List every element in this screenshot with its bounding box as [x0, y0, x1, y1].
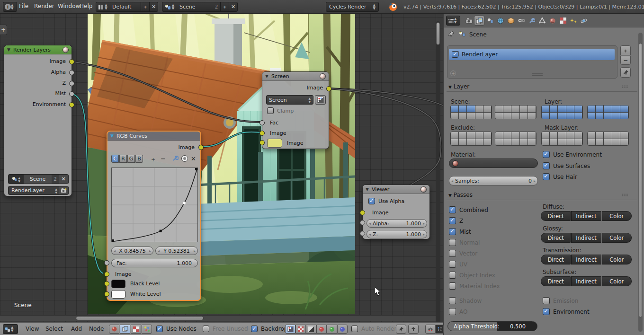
layer-toggle-cell[interactable] — [459, 113, 467, 119]
layer-toggle-cell[interactable] — [542, 132, 550, 139]
checkbox-icon[interactable] — [351, 326, 358, 332]
pass-object-index-checkbox[interactable]: Object Index — [449, 272, 495, 279]
menu-add[interactable]: Add — [71, 326, 82, 332]
layer-toggle-cell[interactable] — [483, 113, 492, 119]
channel-b-button[interactable]: B — [135, 155, 143, 163]
zoom-out-icon[interactable]: − — [161, 155, 166, 162]
scene-layers-grid-1[interactable] — [450, 105, 492, 119]
socket-z-input[interactable] — [360, 231, 365, 236]
layer-toggle-cell[interactable] — [467, 139, 475, 146]
free-unused-checkbox[interactable]: Free Unused — [203, 326, 248, 332]
tab-object[interactable] — [506, 16, 516, 26]
layer-toggle-cell[interactable] — [550, 139, 558, 146]
layer-toggle-cell[interactable] — [574, 132, 582, 139]
samples-slider[interactable]: ◂Samples: 0▸ — [449, 176, 538, 185]
pass-mist-checkbox[interactable]: Mist — [449, 228, 471, 235]
layer-toggle-cell[interactable] — [558, 113, 566, 119]
pass-z-checkbox[interactable]: Z — [449, 217, 463, 224]
layer-toggle-cell[interactable] — [503, 113, 511, 119]
layer-toggle-cell[interactable] — [620, 132, 628, 139]
layer-toggle-cell[interactable] — [475, 113, 483, 119]
add-render-layer-button[interactable]: ＋ — [620, 45, 631, 55]
curve-point[interactable] — [195, 168, 197, 170]
clamp-checkbox[interactable]: Clamp — [267, 107, 294, 114]
layer-toggle-cell[interactable] — [620, 139, 628, 146]
layer-toggle-cell[interactable] — [550, 113, 558, 119]
glossy-direct-button[interactable]: Direct — [541, 233, 571, 243]
layer-toggle-cell[interactable] — [566, 106, 574, 113]
backdrop-alpha-icon[interactable] — [295, 325, 306, 334]
layer-toggle-cell[interactable] — [520, 139, 528, 146]
socket-image-output[interactable] — [326, 86, 331, 91]
layer-toggle-cell[interactable] — [566, 113, 574, 119]
checkbox-icon[interactable] — [203, 326, 209, 332]
layer-toggle-cell[interactable] — [596, 106, 604, 113]
layer-toggle-cell[interactable] — [495, 132, 503, 139]
checkbox-icon[interactable] — [543, 173, 550, 180]
backdrop-red-icon[interactable] — [316, 325, 327, 334]
layer-toggle-cell[interactable] — [588, 132, 596, 139]
layer-toggle-cell[interactable] — [588, 106, 596, 113]
layer-toggle-cell[interactable] — [475, 132, 483, 139]
pass-emission-checkbox[interactable]: Emission — [543, 297, 578, 304]
image2-color-swatch[interactable] — [267, 139, 282, 148]
curve-y-field[interactable]: ◂Y 0.52381▸ — [155, 247, 198, 255]
collapse-icon[interactable]: ▼ — [265, 74, 268, 79]
socket-black-level-input[interactable] — [104, 281, 109, 286]
use-alpha-checkbox[interactable]: Use Alpha — [368, 198, 404, 204]
vertical-scrollbar-thumb[interactable] — [436, 22, 440, 45]
curve-plot[interactable] — [112, 168, 197, 242]
horizontal-scrollbar[interactable] — [0, 315, 436, 321]
layer-toggle-cell[interactable] — [483, 106, 492, 113]
tools-wrench-icon[interactable] — [172, 155, 179, 163]
node-rgb-curves[interactable]: ▼ RGB Curves Image C R G B ＋ − ✕ — [107, 131, 201, 301]
backdrop-rgba-icon[interactable] — [285, 325, 295, 334]
socket-fac-input[interactable] — [259, 120, 265, 125]
layer-toggle-cell[interactable] — [467, 113, 475, 119]
layer-toggle-cell[interactable] — [596, 139, 604, 146]
layer-toggle-cell[interactable] — [528, 106, 536, 113]
layer-toggle-cell[interactable] — [520, 106, 528, 113]
layer-toggle-cell[interactable] — [620, 106, 628, 113]
glossy-color-button[interactable]: Color — [602, 233, 632, 243]
remove-render-layer-button[interactable]: − — [620, 56, 631, 65]
layer-toggle-cell[interactable] — [467, 132, 475, 139]
layer-toggle-cell[interactable] — [542, 139, 550, 146]
exclude-grid-1[interactable] — [450, 132, 492, 146]
pin-icon[interactable] — [396, 325, 406, 334]
curve-x-field[interactable]: ◂X 0.84575▸ — [111, 247, 153, 255]
pass-uv-checkbox[interactable]: UV — [449, 261, 467, 268]
socket-alpha-output[interactable] — [69, 70, 74, 75]
socket-image-output[interactable] — [198, 145, 204, 150]
layer-toggle-cell[interactable] — [451, 113, 459, 119]
curve-point-selected[interactable] — [183, 202, 186, 204]
tab-world[interactable] — [495, 16, 506, 26]
mask-grid-2[interactable] — [587, 132, 629, 146]
layer-toggle-cell[interactable] — [495, 113, 503, 119]
layer-toggle-cell[interactable] — [604, 132, 612, 139]
layer-toggle-cell[interactable] — [503, 106, 511, 113]
white-level-swatch[interactable] — [111, 290, 125, 299]
menu-select[interactable]: Select — [45, 326, 63, 332]
pass-normal-checkbox[interactable]: Normal — [449, 239, 480, 246]
layer-toggle-cell[interactable] — [558, 132, 566, 139]
transmission-indirect-button[interactable]: Indirect — [571, 255, 601, 264]
render-layer-list-item[interactable]: RenderLayer — [449, 49, 615, 60]
layer-toggle-cell[interactable] — [542, 113, 550, 119]
layer-toggle-cell[interactable] — [542, 106, 550, 113]
socket-image-input[interactable] — [360, 210, 365, 215]
layer-toggle-cell[interactable] — [604, 139, 612, 146]
backdrop-green-icon[interactable] — [327, 325, 337, 334]
menu-window[interactable]: Window — [58, 3, 80, 9]
list-resize-grip[interactable] — [532, 73, 543, 76]
socket-image1-input[interactable] — [259, 131, 265, 136]
layer-toggle-cell[interactable] — [588, 139, 596, 146]
layer-toggle-cell[interactable] — [612, 139, 620, 146]
socket-z-output[interactable] — [69, 81, 74, 86]
add-inline-icon[interactable]: + — [450, 71, 456, 76]
menu-help[interactable]: Help — [80, 3, 92, 9]
render-engine-dropdown[interactable]: Cycles Render ▲▼ — [326, 2, 379, 12]
layer-toggle-cell[interactable] — [612, 132, 620, 139]
layer-toggle-cell[interactable] — [558, 139, 566, 146]
layer-layers-grid-1[interactable] — [541, 105, 583, 119]
